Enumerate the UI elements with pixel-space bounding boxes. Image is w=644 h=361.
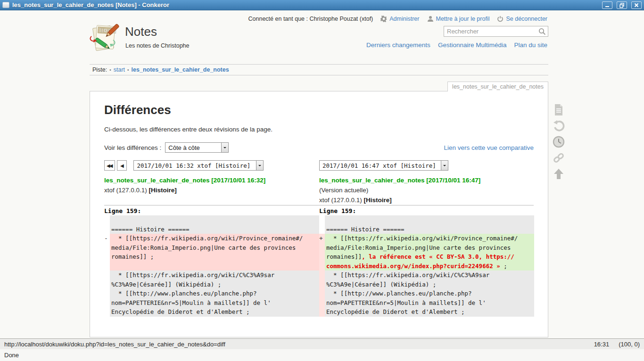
minibuffer: Done: [0, 349, 644, 361]
previous-revision-button[interactable]: ◀: [117, 160, 127, 171]
current-url: http://localhost/dokuwiki/doku.php?id=le…: [4, 341, 594, 348]
diff-marker: [319, 271, 325, 317]
power-icon: [497, 16, 504, 22]
logout-link[interactable]: Se déconnecter: [497, 16, 547, 22]
page-title: Différences: [104, 103, 534, 117]
admin-link[interactable]: Administrer: [380, 16, 419, 22]
right-line-header: Ligne 159:: [319, 207, 534, 214]
restore-button[interactable]: [617, 1, 627, 9]
diff-text-block: ====== Histoire ======: [325, 215, 534, 234]
site-title: Notes: [125, 25, 157, 39]
right-revision-current: (Version actuelle): [319, 185, 534, 195]
diff-table: ====== Histoire ======- * [[https://fr.w…: [104, 215, 534, 317]
backlinks-button[interactable]: [553, 152, 565, 164]
breadcrumb-label: Piste:: [92, 66, 107, 73]
update-profile-link[interactable]: Mettre à jour le profil: [427, 16, 490, 22]
site-tagline: Les notes de Christophe: [125, 42, 190, 49]
minimize-button[interactable]: [602, 1, 612, 9]
chevron-down-icon: [221, 143, 228, 152]
breadcrumb-item-current[interactable]: les_notes_sur_le_cahier_de_notes: [132, 66, 229, 73]
diff-marker: [104, 271, 110, 317]
search-button[interactable]: [537, 26, 548, 36]
diff-row: + * [[https://fr.wikipedia.org/wiki/Prov…: [319, 234, 534, 271]
scroll-position: (100, 0): [619, 341, 640, 348]
right-revision-author: xtof (127.0.0.1): [319, 197, 364, 204]
left-revision-history: [Histoire]: [149, 187, 177, 194]
diff-row: * [[https://fr.wikipedia.org/wiki/C%C3%A…: [104, 271, 319, 317]
window-title: les_notes_sur_le_cahier_de_notes [Notes]…: [12, 1, 598, 8]
clock-text: 16:31: [594, 341, 610, 348]
page-tools: [553, 104, 565, 180]
revision-headers: les_notes_sur_le_cahier_de_notes [2017/1…: [104, 175, 534, 205]
browser-viewport: Connecté en tant que : Christophe Pouzat…: [0, 10, 644, 338]
dokuwiki-logo-image: [[DW]]: [89, 23, 121, 53]
right-revision-link[interactable]: les_notes_sur_le_cahier_de_notes [2017/1…: [319, 177, 480, 184]
left-revision-select[interactable]: 2017/10/01 16:32 xtof [Histoire]: [133, 160, 264, 171]
view-mode-value: Côte à côte: [165, 144, 203, 151]
view-diff-label: Voir les différences :: [104, 144, 161, 151]
diff-row: ====== Histoire ======: [319, 215, 534, 234]
arrow-up-icon: [553, 168, 564, 180]
search-icon: [538, 28, 546, 35]
status-bar: http://localhost/dokuwiki/doku.php?id=le…: [0, 338, 644, 349]
old-revisions-button[interactable]: [553, 136, 565, 148]
right-revision-value: 2017/10/01 16:47 xtof [Histoire]: [320, 162, 439, 169]
diff-column-new: ====== Histoire ======+ * [[https://fr.w…: [319, 215, 534, 317]
admin-link-label: Administrer: [389, 16, 419, 22]
window-titlebar: les_notes_sur_le_cahier_de_notes [Notes]…: [0, 0, 644, 10]
search-input[interactable]: [444, 28, 537, 35]
site-nav-links: Derniers changements Gestionnaire Multim…: [366, 41, 547, 49]
sitemap-link[interactable]: Plan du site: [514, 41, 547, 49]
dokuwiki-logo[interactable]: [[DW]]: [89, 23, 121, 53]
clock-icon: [553, 136, 565, 148]
minibuffer-message: Done: [4, 352, 19, 359]
diff-text-block: ====== Histoire ======: [110, 215, 319, 234]
compare-view-link[interactable]: Lien vers cette vue comparative: [444, 144, 534, 151]
chevron-down-icon: [256, 161, 263, 170]
diff-marker: +: [319, 234, 325, 271]
diff-row: ====== Histoire ======: [104, 215, 319, 234]
diff-row: * [[https://fr.wikipedia.org/wiki/C%C3%A…: [319, 271, 534, 317]
chevron-down-icon: [441, 161, 448, 170]
search-box: [444, 26, 548, 37]
revert-button[interactable]: [553, 120, 565, 132]
diff-marker: [104, 215, 110, 234]
diff-text-block: * [[https://fr.wikipedia.org/wiki/C%C3%A…: [110, 271, 319, 317]
diff-line-headers: Ligne 159: Ligne 159:: [104, 205, 534, 215]
double-left-arrow-icon: ◀◀: [107, 163, 112, 168]
update-profile-label: Mettre à jour le profil: [436, 16, 490, 22]
left-revision-value: 2017/10/01 16:32 xtof [Histoire]: [134, 162, 253, 169]
recent-changes-link[interactable]: Derniers changements: [366, 41, 430, 49]
breadcrumb-separator: •: [109, 67, 111, 73]
diff-intro-text: Ci-dessous, les différences entre deux r…: [104, 126, 534, 133]
diff-text-block: * [[https://fr.wikipedia.org/wiki/Provin…: [110, 234, 319, 271]
diff-text-block: * [[https://fr.wikipedia.org/wiki/C%C3%A…: [325, 271, 534, 317]
diff-row: - * [[https://fr.wikipedia.org/wiki/Prov…: [104, 234, 319, 271]
diff-marker: [319, 215, 325, 234]
left-revision-author: xtof (127.0.0.1): [104, 187, 149, 194]
media-manager-link[interactable]: Gestionnaire Multimédia: [438, 41, 507, 49]
logged-in-text: Connecté en tant que : Christophe Pouzat…: [248, 16, 373, 22]
left-line-header: Ligne 159:: [104, 207, 319, 214]
revision-nav-row: ◀◀ ◀ 2017/10/01 16:32 xtof [Histoire] 20…: [104, 160, 534, 171]
breadcrumb: Piste: • start • les_notes_sur_le_cahier…: [90, 64, 548, 75]
left-revision-link[interactable]: les_notes_sur_le_cahier_de_notes [2017/1…: [104, 177, 265, 184]
breadcrumb-separator: •: [127, 67, 129, 73]
diff-marker: -: [104, 234, 110, 271]
view-mode-select[interactable]: Côte à côte: [165, 142, 229, 153]
gear-icon: [380, 16, 387, 22]
minimize-icon: [604, 2, 610, 8]
close-button[interactable]: [631, 1, 642, 9]
link-icon: [553, 152, 565, 164]
breadcrumb-item-start[interactable]: start: [114, 66, 125, 73]
user-toolbar: Connecté en tant que : Christophe Pouzat…: [248, 16, 547, 22]
document-icon: [553, 104, 564, 116]
page-source-button[interactable]: [553, 104, 565, 116]
back-to-top-button[interactable]: [553, 168, 565, 180]
diff-view-row: Voir les différences : Côte à côte Lien …: [104, 142, 534, 153]
right-revision-select[interactable]: 2017/10/01 16:47 xtof [Histoire]: [319, 160, 448, 171]
window-icon: [2, 2, 9, 8]
first-revision-button[interactable]: ◀◀: [104, 160, 115, 171]
diff-column-old: ====== Histoire ======- * [[https://fr.w…: [104, 215, 319, 317]
restore-icon: [619, 2, 625, 8]
